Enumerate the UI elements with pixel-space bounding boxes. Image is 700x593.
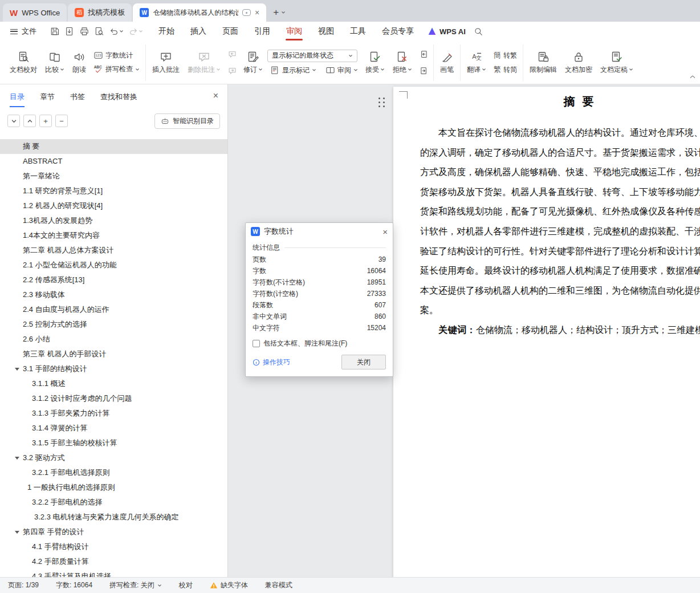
include-textbox-checkbox[interactable]: 包括文本框、脚注和尾注(F) bbox=[253, 339, 386, 348]
toc-item[interactable]: 3.1.1 概述 bbox=[0, 376, 227, 391]
toc-item[interactable]: 1.2 机器人的研究现状[4] bbox=[0, 198, 227, 213]
next-comment-button[interactable] bbox=[225, 64, 239, 77]
toc-item[interactable]: 第四章 手臂的设计 bbox=[0, 525, 227, 539]
toc-item[interactable]: 2.2 传感器系统[13] bbox=[0, 273, 227, 287]
encrypt-button[interactable]: 文档加密 bbox=[561, 49, 596, 76]
document-page[interactable]: 摘 要 本文旨在探讨仓储物流移动机器人的结构设计。通过对仓库环境、需搬的深入调研… bbox=[393, 87, 700, 577]
toc-item[interactable]: 3.1.2 设计时应考虑的几个问题 bbox=[0, 391, 227, 406]
toc-expand-arrow-icon[interactable] bbox=[15, 531, 19, 534]
toc-item[interactable]: 3.2.2 手部电机的选择 bbox=[0, 495, 227, 510]
toc-expand-arrow-icon[interactable] bbox=[15, 457, 19, 460]
toc-item[interactable]: 2.6 小结 bbox=[0, 332, 227, 347]
ink-button[interactable]: 画笔 bbox=[437, 49, 457, 76]
status-proofread[interactable]: 校对 bbox=[179, 580, 193, 590]
menu-tab-插入[interactable]: 插入 bbox=[182, 22, 214, 41]
tab-list-chevron-icon[interactable] bbox=[281, 7, 286, 17]
to-traditional-button[interactable]: 簡转繁 bbox=[491, 50, 520, 61]
toc-item[interactable]: 3.1.4 弹簧的计算 bbox=[0, 421, 227, 436]
search-button[interactable] bbox=[474, 27, 483, 36]
toc-expand-arrow-icon[interactable] bbox=[15, 368, 19, 371]
menu-tab-审阅[interactable]: 审阅 bbox=[278, 22, 310, 41]
sidebar-tab-书签[interactable]: 书签 bbox=[70, 92, 85, 102]
status-compat-mode[interactable]: 兼容模式 bbox=[265, 580, 292, 590]
toc-item[interactable]: 第一章绪论 bbox=[0, 169, 227, 184]
translate-button[interactable]: A文翻译 bbox=[463, 49, 490, 76]
toc-item[interactable]: 1 一般执行电机的选择原则 bbox=[0, 480, 227, 495]
status-word-count[interactable]: 字数: 16064 bbox=[56, 580, 92, 590]
print-preview-button[interactable] bbox=[92, 25, 106, 38]
toc-font-decrease-button[interactable]: − bbox=[55, 115, 68, 127]
reject-button[interactable]: 拒绝 bbox=[389, 49, 416, 76]
status-missing-fonts[interactable]: 缺失字体 bbox=[210, 580, 248, 590]
track-changes-button[interactable]: 修订 bbox=[240, 49, 266, 76]
toc-item[interactable]: 3.1 手部的结构设计 bbox=[0, 362, 227, 376]
dialog-close-icon[interactable]: × bbox=[382, 228, 388, 236]
delete-comment-button[interactable]: 删除批注 bbox=[184, 49, 224, 76]
dialog-close-button[interactable]: 关闭 bbox=[341, 355, 386, 369]
smart-toc-button[interactable]: 智能识别目录 bbox=[154, 113, 220, 129]
toc-item[interactable]: 2.3 移动载体 bbox=[0, 287, 227, 302]
toc-item[interactable]: 4.3 手臂计算及电机选择 bbox=[0, 569, 227, 577]
next-change-button[interactable] bbox=[417, 64, 430, 77]
sidebar-tab-目录[interactable]: 目录 bbox=[10, 92, 25, 102]
menu-tab-会员专享[interactable]: 会员专享 bbox=[374, 22, 422, 41]
tips-link[interactable]: 操作技巧 bbox=[253, 358, 290, 367]
toc-item[interactable]: 2.1 小型仓储运机器人的功能 bbox=[0, 258, 227, 273]
toc-font-increase-button[interactable]: + bbox=[39, 115, 52, 127]
status-page[interactable]: 页面: 1/39 bbox=[8, 580, 39, 590]
menu-tab-工具[interactable]: 工具 bbox=[342, 22, 374, 41]
undo-button[interactable] bbox=[107, 25, 125, 38]
tab-close-icon[interactable]: × bbox=[255, 9, 259, 17]
finalize-button[interactable]: 文档定稿 bbox=[597, 49, 637, 76]
toc-item[interactable]: 4.1 手臂结构设计 bbox=[0, 539, 227, 554]
ribbon-collapse-icon[interactable] bbox=[690, 71, 695, 82]
toc-item[interactable]: 3.1.5 手部主轴的校核计算 bbox=[0, 436, 227, 450]
export-button[interactable] bbox=[63, 25, 76, 38]
save-button[interactable] bbox=[48, 25, 62, 38]
show-markup-button[interactable]: 显示标记 bbox=[267, 65, 319, 76]
window-tab-3[interactable]: W仓储物流移动机器人的结构设× bbox=[133, 3, 266, 22]
insert-comment-button[interactable]: 插入批注 bbox=[149, 49, 183, 76]
menu-tab-开始[interactable]: 开始 bbox=[150, 22, 182, 41]
wps-ai-button[interactable]: WPS AI bbox=[428, 27, 466, 36]
review-button[interactable]: 审阅 bbox=[323, 65, 361, 76]
sidebar-tab-查找和替换[interactable]: 查找和替换 bbox=[100, 92, 137, 102]
compare-button[interactable]: 比较 bbox=[42, 49, 68, 76]
toc-item[interactable]: 3.2 驱动方式 bbox=[0, 450, 227, 465]
restrict-edit-button[interactable]: 限制编辑 bbox=[526, 49, 560, 76]
toc-item[interactable]: 4.2 手部质量计算 bbox=[0, 554, 227, 569]
toc-collapse-all-button[interactable] bbox=[23, 115, 36, 127]
proofread-button[interactable]: 文档校对 bbox=[6, 49, 40, 76]
toc-expand-all-button[interactable] bbox=[7, 115, 20, 127]
status-spellcheck[interactable]: 拼写检查: 关闭 bbox=[109, 580, 162, 590]
toc-item[interactable]: 摘 要 bbox=[0, 139, 227, 154]
menu-tab-视图[interactable]: 视图 bbox=[310, 22, 342, 41]
toc-item[interactable]: 第二章 机器人总体方案设计 bbox=[0, 243, 227, 258]
toc-item[interactable]: 3.2.1 手部电机选择原则 bbox=[0, 465, 227, 480]
previous-comment-button[interactable] bbox=[225, 48, 239, 60]
to-simplified-button[interactable]: 繁转简 bbox=[491, 64, 520, 75]
window-tab-1[interactable]: WWPS Office bbox=[3, 3, 67, 22]
toc-item[interactable]: 1.3机器人的发展趋势 bbox=[0, 213, 227, 228]
toc-item[interactable]: 第三章 机器人的手部设计 bbox=[0, 347, 227, 362]
file-menu-button[interactable]: 文件 bbox=[7, 26, 40, 36]
read-aloud-button[interactable]: 朗读 bbox=[69, 49, 89, 76]
word-count-button[interactable]: 123字数统计 bbox=[91, 50, 143, 61]
toc-item[interactable]: 3.1.3 手部夹紧力的计算 bbox=[0, 406, 227, 421]
toc-item[interactable]: 2.4 自由度与机器人的运作 bbox=[0, 302, 227, 317]
redo-button[interactable] bbox=[127, 25, 145, 38]
toc-item[interactable]: 3.2.3 电机转速与夹紧力速度几何关系的确定 bbox=[0, 510, 227, 525]
toc-item[interactable]: 2.5 控制方式的选择 bbox=[0, 317, 227, 332]
toc-item[interactable]: ABSTRACT bbox=[0, 154, 227, 169]
markup-state-combo[interactable]: 显示标记的最终状态 bbox=[267, 50, 357, 62]
menu-tab-引用[interactable]: 引用 bbox=[246, 22, 278, 41]
menu-tab-页面[interactable]: 页面 bbox=[214, 22, 246, 41]
print-button[interactable] bbox=[78, 25, 91, 38]
toc-item[interactable]: 1.1 研究的背景与意义[1] bbox=[0, 184, 227, 198]
sidebar-tab-章节[interactable]: 章节 bbox=[40, 92, 55, 102]
window-tab-2[interactable]: 稻找稿壳模板 bbox=[68, 3, 132, 22]
previous-change-button[interactable] bbox=[417, 48, 430, 60]
toc-item[interactable]: 1.4本文的主要研究内容 bbox=[0, 228, 227, 243]
paragraph-drag-handle-icon[interactable] bbox=[378, 97, 386, 108]
dialog-title-bar[interactable]: W 字数统计 × bbox=[246, 223, 393, 240]
